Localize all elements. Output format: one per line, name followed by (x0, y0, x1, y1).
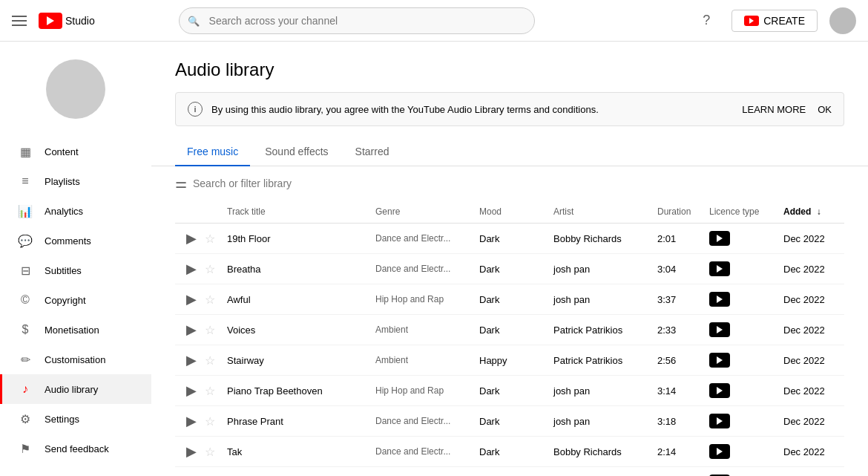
play-button[interactable]: ▶ (181, 319, 202, 340)
page-title: Audio library (175, 59, 844, 80)
play-button[interactable]: ▶ (181, 350, 202, 371)
info-icon: i (188, 102, 203, 117)
yt-license-badge (709, 261, 730, 276)
col-header-duration[interactable]: Duration (651, 200, 703, 224)
notice-bar: i By using this audio library, you agree… (175, 92, 844, 126)
track-title: Awful (221, 284, 369, 315)
sidebar-item-monetisation[interactable]: $ Monetisation (0, 315, 151, 345)
col-header-title[interactable]: Track title (221, 200, 369, 224)
track-title: Voices (221, 315, 369, 345)
track-duration: 3:37 (651, 284, 703, 315)
menu-button[interactable] (12, 16, 27, 26)
track-mood: Dark (473, 437, 548, 467)
row-controls: ▶ ☆ (175, 345, 221, 375)
track-title: Tak (221, 437, 369, 467)
track-license (703, 284, 777, 315)
track-duration: 2:14 (651, 437, 703, 467)
sidebar-item-label: Subtitles (45, 265, 82, 276)
track-mood: Dark (473, 284, 548, 315)
col-header-genre[interactable]: Genre (369, 200, 473, 224)
row-controls: ▶ ☆ (175, 437, 221, 466)
help-button[interactable]: ? (693, 7, 720, 34)
sidebar-item-audio-library[interactable]: ♪ Audio library (0, 374, 151, 404)
track-license (703, 315, 777, 345)
sidebar-item-label: Content (45, 146, 79, 157)
star-button[interactable]: ☆ (205, 384, 215, 398)
play-button[interactable]: ▶ (181, 380, 202, 401)
sidebar-item-analytics[interactable]: 📊 Analytics (0, 196, 151, 226)
learn-more-link[interactable]: LEARN MORE (742, 104, 806, 115)
track-duration: 2:01 (651, 224, 703, 254)
sidebar-item-subtitles[interactable]: ⊟ Subtitles (0, 255, 151, 285)
star-button[interactable]: ☆ (205, 414, 215, 428)
track-mood: Dark (473, 467, 548, 477)
yt-license-badge (709, 444, 730, 459)
studio-label: Studio (65, 15, 95, 27)
sidebar-item-content[interactable]: ▦ Content (0, 137, 151, 166)
row-controls: ▶ ☆ (175, 467, 221, 476)
track-artist: Patrick Patrikios (548, 345, 651, 376)
tab-free-music[interactable]: Free music (175, 138, 250, 166)
settings-icon: ⚙ (18, 412, 33, 426)
sidebar-item-comments[interactable]: 💬 Comments (0, 226, 151, 255)
filter-icon: ⚌ (175, 175, 187, 192)
play-button[interactable]: ▶ (181, 289, 202, 310)
yt-license-badge (709, 292, 730, 307)
star-button[interactable]: ☆ (205, 293, 215, 307)
row-controls: ▶ ☆ (175, 376, 221, 405)
track-added: Dec 2022 (777, 345, 844, 376)
filter-input[interactable] (193, 177, 844, 189)
play-button[interactable]: ▶ (181, 441, 202, 462)
track-license (703, 224, 777, 254)
play-button[interactable]: ▶ (181, 228, 202, 249)
top-header: Studio 🔍 ? CREATE (0, 0, 868, 42)
star-button[interactable]: ☆ (205, 353, 215, 368)
star-button[interactable]: ☆ (205, 323, 215, 337)
track-genre: Ambient (369, 345, 473, 376)
col-header-license[interactable]: Licence type (703, 200, 777, 224)
col-header-artist[interactable]: Artist (548, 200, 651, 224)
sidebar-item-send-feedback[interactable]: ⚑ Send feedback (0, 434, 151, 463)
create-label: CREATE (763, 15, 805, 27)
notice-actions: LEARN MORE OK (742, 104, 832, 115)
sidebar-item-label: Audio library (45, 384, 98, 395)
sidebar-item-settings[interactable]: ⚙ Settings (0, 404, 151, 434)
yt-license-badge (709, 322, 730, 337)
sidebar-item-copyright[interactable]: © Copyright (0, 285, 151, 315)
play-button[interactable]: ▶ (181, 411, 202, 431)
track-title: Phrase Prant (221, 406, 369, 437)
star-button[interactable]: ☆ (205, 445, 215, 459)
col-header-mood[interactable]: Mood (473, 200, 548, 224)
track-duration: 2:34 (651, 467, 703, 477)
feedback-icon: ⚑ (18, 442, 33, 456)
track-license (703, 376, 777, 406)
header-right: ? CREATE (693, 7, 856, 34)
play-button[interactable]: ▶ (181, 258, 202, 279)
track-license (703, 437, 777, 467)
search-input[interactable] (179, 7, 535, 34)
main-layout: ▦ Content ≡ Playlists 📊 Analytics 💬 Comm… (0, 42, 868, 476)
play-button[interactable]: ▶ (181, 472, 202, 476)
audio-library-icon: ♪ (18, 382, 33, 396)
create-button[interactable]: CREATE (731, 10, 818, 32)
track-genre: Dance and Electr... (369, 437, 473, 467)
sidebar-item-playlists[interactable]: ≡ Playlists (0, 166, 151, 196)
comments-icon: 💬 (18, 234, 33, 248)
filter-bar: ⚌ (151, 166, 868, 200)
sidebar-item-customisation[interactable]: ✏ Customisation (0, 345, 151, 374)
ok-button[interactable]: OK (818, 104, 832, 115)
track-genre: Hip Hop and Rap (369, 284, 473, 315)
notice-text: By using this audio library, you agree w… (211, 104, 733, 115)
track-mood: Happy (473, 345, 548, 376)
tab-sound-effects[interactable]: Sound effects (253, 138, 340, 166)
tab-starred[interactable]: Starred (343, 138, 401, 166)
star-button[interactable]: ☆ (205, 262, 215, 276)
user-avatar[interactable] (829, 7, 856, 34)
track-duration: 3:04 (651, 254, 703, 284)
page-header: Audio library (151, 42, 868, 92)
row-controls: ▶ ☆ (175, 315, 221, 345)
track-license (703, 345, 777, 376)
yt-license-badge (709, 231, 730, 246)
col-header-added[interactable]: Added ↓ (777, 200, 844, 224)
star-button[interactable]: ☆ (205, 232, 215, 246)
